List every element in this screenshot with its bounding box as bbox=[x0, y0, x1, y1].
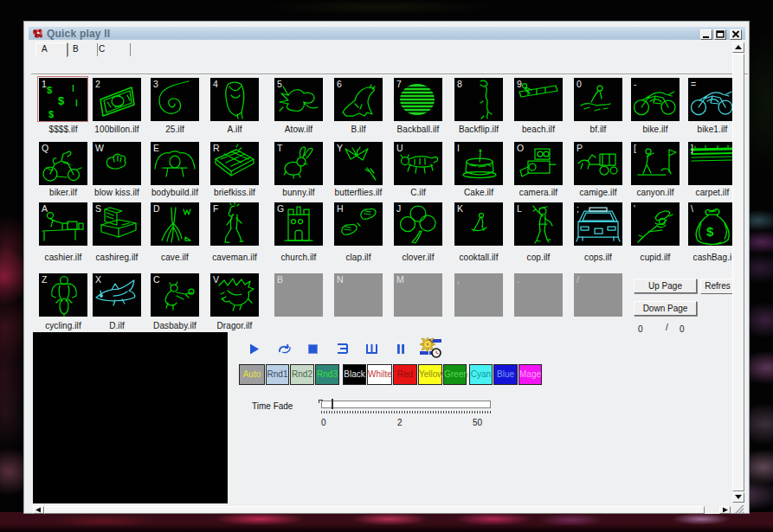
svg-text:l: l bbox=[75, 99, 78, 108]
svg-text:l: l bbox=[72, 84, 74, 93]
svg-text:$: $ bbox=[47, 85, 52, 95]
svg-text:$: $ bbox=[58, 94, 65, 107]
svg-text:$: $ bbox=[48, 109, 54, 119]
svg-text:$: $ bbox=[706, 224, 714, 239]
